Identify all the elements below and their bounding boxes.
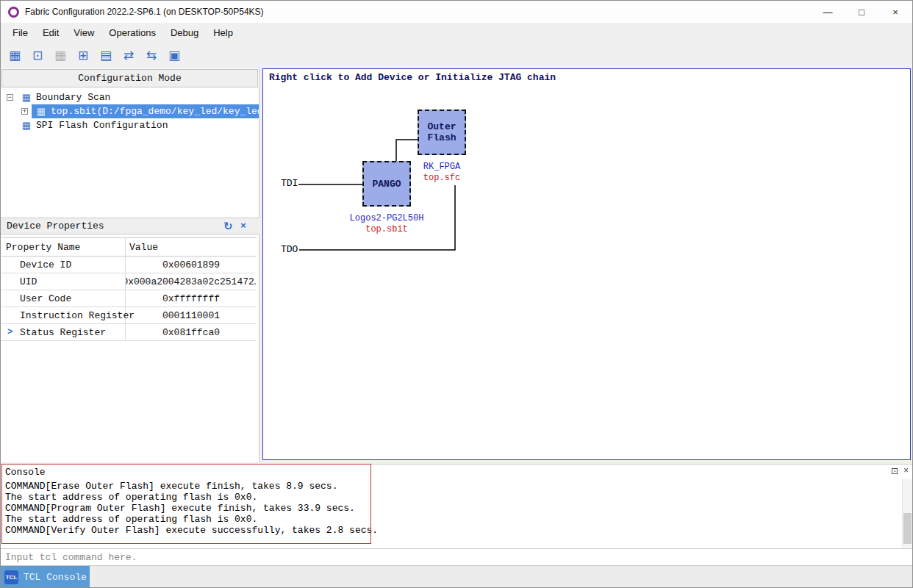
table-row[interactable]: Device ID 0x00601899 [1,257,257,273]
menu-item-operations[interactable]: Operations [101,24,163,41]
property-name: UID [1,273,126,290]
refresh-icon[interactable]: ↻ [223,220,233,233]
tree-item-top-sbit[interactable]: + ▦ top.sbit(D:/fpga_demo/key_led/key_le… [1,104,259,118]
jtag-canvas[interactable]: Right click to Add Device or Initialize … [262,68,911,460]
menu-item-debug[interactable]: Debug [163,24,206,41]
fpga-part-label: Logos2-PG2L50H [328,213,445,223]
table-row[interactable]: Instruction Register 0001110001 [1,307,257,324]
maximize-button[interactable]: □ [845,1,878,23]
scrollbar-thumb[interactable] [903,513,912,544]
left-panel: Configuration Mode − ▦ Boundary Scan + ▦… [1,68,259,462]
tree-item-spi-flash[interactable]: ▦ SPI Flash Configuration [1,118,259,132]
program-device-icon[interactable]: ⇄ [121,47,137,63]
tree-item-boundary-scan[interactable]: − ▦ Boundary Scan [1,90,259,104]
property-value: 0001110001 [126,307,257,323]
property-value: 0x000a2004283a02c251472… [126,273,257,290]
console-line: COMMAND[Erase Outer Flash] execute finis… [5,481,902,492]
table-row[interactable]: > Status Register 0x081ffca0 [1,324,257,341]
tcl-icon: TCL [4,570,18,584]
app-window: Fabric Configuration 2022.2-SP6.1 (on DE… [0,0,913,588]
window-title: Fabric Configuration 2022.2-SP6.1 (on DE… [25,7,264,17]
expand-icon[interactable]: + [21,108,28,115]
undock-icon[interactable]: ⊡ [891,466,898,476]
menu-item-view[interactable]: View [66,24,101,41]
console-output: COMMAND[Erase Outer Flash] execute finis… [5,481,902,536]
tree-item-label: SPI Flash Configuration [36,120,168,131]
table-row[interactable]: User Code 0xffffffff [1,290,257,307]
device-array-icon[interactable]: ▦ [52,47,68,63]
console-scrollbar[interactable] [902,479,912,548]
column-header-value: Value [126,238,257,256]
close-button[interactable]: × [878,1,912,23]
tree-item-label: top.sbit(D:/fpga_demo/key_led/key_led/… [51,106,259,117]
tree-item-label: Boundary Scan [36,92,110,103]
flash-part-label: RK_FPGA [383,162,501,172]
flash-file-label: top.sfc [383,173,501,183]
tcl-console-tab[interactable]: TCL TCL Console [1,566,90,588]
bitstream-icon: ▦ [36,106,46,117]
console-line: COMMAND[Verify Outer Flash] execute succ… [5,525,902,536]
property-value: 0x081ffca0 [126,324,257,340]
readback-icon[interactable]: ⇆ [143,47,160,63]
chip-icon: ▦ [21,92,32,103]
device-properties-table: Property Name Value Device ID 0x00601899… [1,237,257,341]
tcl-tab-label: TCL Console [24,572,87,583]
menu-item-edit[interactable]: Edit [35,24,66,41]
minimize-button[interactable]: — [811,1,845,23]
property-value: 0xffffffff [126,290,257,306]
device-properties-header: Device Properties ↻ × [1,218,259,234]
panel-close-icon[interactable]: × [240,220,246,232]
table-row[interactable]: UID 0x000a2004283a02c251472… [1,273,257,290]
console-panel: Console ⊡ × COMMAND[Erase Outer Flash] e… [1,464,913,548]
selected-highlight: ▦ top.sbit(D:/fpga_demo/key_led/key_led/… [32,104,259,118]
tcl-command-input[interactable] [1,551,913,564]
column-header-property-name: Property Name [1,238,126,256]
console-log-icon[interactable]: ▣ [166,47,182,63]
menu-item-file[interactable]: File [5,24,35,41]
configuration-mode-header: Configuration Mode [1,69,258,87]
statusbar: TCL TCL Console [1,566,913,588]
console-close-icon[interactable]: × [903,466,909,476]
tdo-label: TDO [281,244,298,255]
property-name: User Code [1,290,126,306]
property-name: Device ID [1,257,126,273]
window-controls: — □ × [811,1,912,23]
jtag-wires [263,69,910,459]
menu-item-help[interactable]: Help [206,24,240,41]
console-line: The start address of operating flash is … [5,514,902,525]
table-header-row: Property Name Value [1,238,257,257]
tcl-input-row [1,548,913,566]
console-line: COMMAND[Program Outer Flash] execute fin… [5,503,902,514]
menubar: File Edit View Operations Debug Help [1,23,912,43]
collapse-icon[interactable]: − [7,94,13,101]
titlebar: Fabric Configuration 2022.2-SP6.1 (on DE… [1,1,912,23]
console-title: Console [5,467,46,478]
property-name: Instruction Register [1,307,126,323]
console-line: The start address of operating flash is … [5,492,902,503]
toolbar: ▦ ⊡ ▦ ⊞ ▤ ⇄ ⇆ ▣ [1,43,912,67]
device-properties-icon[interactable]: ▤ [98,47,114,63]
app-icon [8,7,19,18]
device-properties-title: Device Properties [7,220,104,232]
add-device-icon[interactable]: ⊞ [75,47,91,63]
chevron-right-icon[interactable]: > [7,327,12,337]
flash-device[interactable]: Outer Flash [418,110,466,155]
fpga-file-label: top.sbit [328,224,445,234]
property-value: 0x00601899 [126,257,257,273]
chip-icon: ▦ [21,120,32,131]
property-name-text: Status Register [20,327,106,338]
property-name: > Status Register [1,324,126,340]
boundary-scan-chain-icon[interactable]: ▦ [7,47,23,63]
tdi-label: TDI [281,178,298,189]
monitor-icon[interactable]: ⊡ [29,47,46,63]
